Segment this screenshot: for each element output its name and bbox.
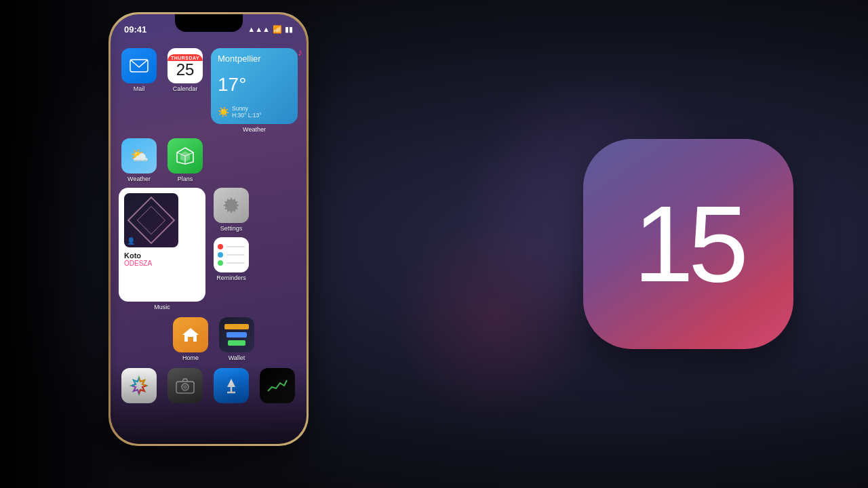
app-row-2: ⛅ Weather Plans (119, 138, 298, 182)
weather-desc: Sunny H:30° L:13° (232, 105, 262, 119)
wallet-icon (219, 317, 254, 352)
weather-widget-label: Weather (243, 126, 266, 133)
reminders-label: Reminders (216, 274, 246, 281)
app-stocks[interactable] (257, 368, 298, 405)
rem-text-3 (226, 262, 245, 264)
app-row-4: Home Wallet (119, 317, 298, 361)
weather-hl: H:30° L:13° (232, 112, 262, 119)
app-reminders[interactable]: Reminders (211, 237, 252, 281)
weather-small-icon: ⛅ (121, 138, 157, 174)
svg-point-7 (183, 385, 187, 389)
app-camera[interactable] (165, 368, 205, 405)
weather-widget-container: Montpellier 17° ☀️ Sunny H:30° L:13° Wea… (211, 48, 298, 133)
weather-small-label: Weather (127, 176, 151, 182)
photos-icon (121, 368, 157, 403)
small-apps-col-1: Settings (211, 188, 252, 281)
app-plans[interactable]: Plans (165, 138, 205, 182)
music-figure-icon: 👤 (127, 237, 135, 245)
mail-label: Mail (134, 85, 145, 92)
app-home[interactable]: Home (170, 317, 211, 361)
reminders-lines (214, 240, 249, 270)
camera-icon (167, 368, 203, 403)
music-widget[interactable]: 👤 ♪ Koto ODESZA (119, 188, 205, 302)
music-info: Koto ODESZA (124, 251, 200, 296)
music-title: Koto (124, 251, 200, 260)
mail-icon (121, 48, 157, 83)
signal-icon: ▲▲▲ (248, 25, 270, 33)
app-mail[interactable]: Mail (119, 48, 159, 92)
wifi-icon: 📶 (273, 25, 282, 34)
phone-screen: 09:41 ▲▲▲ 📶 ▮▮ Mail (111, 14, 307, 444)
music-widget-inner: 👤 ♪ (124, 193, 200, 247)
status-time: 09:41 (124, 24, 146, 35)
home-label: Home (182, 354, 199, 361)
settings-icon (214, 188, 249, 223)
wallet-cards (219, 319, 254, 351)
app-weather[interactable]: ⛅ Weather (119, 138, 159, 182)
rem-dot-green (218, 260, 223, 266)
calendar-day: THURSDAY (167, 54, 203, 61)
app-appstore[interactable] (211, 368, 252, 405)
appstore-icon (214, 368, 249, 403)
maps-icon (167, 138, 203, 174)
wallet-card-3 (228, 340, 245, 346)
notch (175, 14, 243, 32)
rem-line-2 (218, 252, 245, 258)
app-settings[interactable]: Settings (211, 188, 252, 232)
weather-city: Montpellier (218, 54, 291, 64)
home-icon (173, 317, 208, 352)
app-row-1: Mail THURSDAY 25 Calendar Montpellier 17… (119, 48, 298, 133)
sun-icon: ☀️ (218, 106, 229, 117)
rem-text-1 (226, 246, 245, 247)
music-widget-container: 👤 ♪ Koto ODESZA Music (119, 188, 205, 310)
ios15-icon: 15 (583, 139, 793, 349)
app-row-3: 👤 ♪ Koto ODESZA Music (119, 188, 298, 310)
rem-dot-blue (218, 252, 223, 258)
wallet-card-1 (224, 324, 248, 329)
stocks-icon (260, 368, 295, 403)
left-dark-overlay (0, 0, 122, 488)
battery-icon: ▮▮ (285, 25, 293, 34)
calendar-date: 25 (176, 62, 195, 78)
rem-line-1 (218, 244, 245, 249)
app-wallet[interactable]: Wallet (216, 317, 257, 361)
status-icons: ▲▲▲ 📶 ▮▮ (248, 25, 293, 34)
music-album-art: 👤 (124, 193, 178, 247)
music-artist: ODESZA (124, 260, 200, 267)
svg-point-4 (136, 382, 142, 389)
cloud-icon: ⛅ (130, 147, 149, 165)
rem-line-3 (218, 260, 245, 266)
app-calendar[interactable]: THURSDAY 25 Calendar (165, 48, 205, 92)
phone-frame: 09:41 ▲▲▲ 📶 ▮▮ Mail (108, 12, 309, 446)
weather-widget[interactable]: Montpellier 17° ☀️ Sunny H:30° L:13° (211, 48, 298, 124)
home-screen: Mail THURSDAY 25 Calendar Montpellier 17… (111, 43, 307, 444)
app-photos[interactable] (119, 368, 159, 405)
wallet-card-2 (226, 332, 248, 338)
wallet-label: Wallet (229, 354, 245, 361)
app-row-5 (119, 368, 298, 405)
weather-condition: Sunny (232, 105, 262, 112)
weather-temp: 17° (218, 75, 291, 94)
calendar-label: Calendar (173, 85, 198, 92)
calendar-icon: THURSDAY 25 (167, 48, 203, 83)
plans-label: Plans (178, 176, 193, 182)
music-note-icon: ♪ (298, 47, 302, 58)
settings-label: Settings (220, 225, 243, 232)
reminders-icon (214, 237, 249, 272)
rem-dot-red (218, 244, 223, 249)
ios15-number: 15 (633, 190, 743, 298)
rem-text-2 (226, 254, 245, 256)
music-label: Music (154, 304, 170, 310)
weather-bottom: ☀️ Sunny H:30° L:13° (218, 105, 291, 119)
